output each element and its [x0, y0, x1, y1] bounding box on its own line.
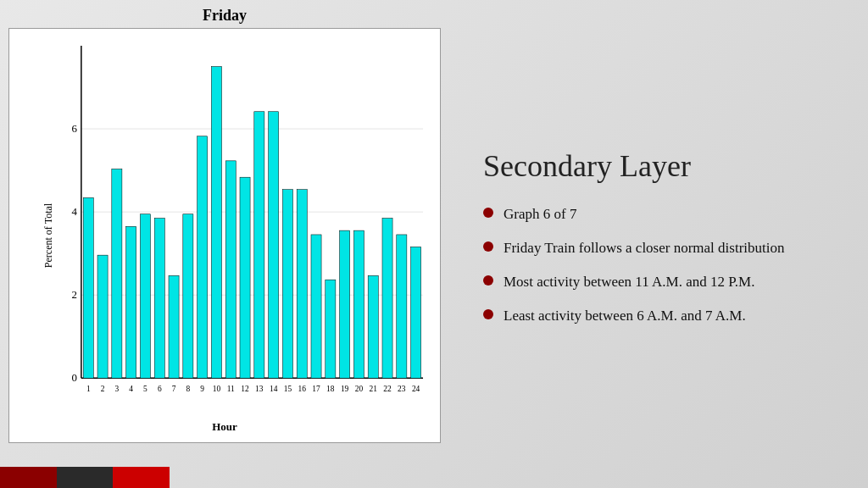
svg-text:19: 19 [341, 384, 349, 393]
bullet-list: Graph 6 of 7Friday Train follows a close… [483, 204, 834, 339]
svg-text:8: 8 [186, 384, 190, 393]
svg-text:2: 2 [101, 384, 105, 393]
svg-text:15: 15 [284, 384, 292, 393]
chart-svg: 0 2 4 6 12345678910111213141516171819202… [56, 46, 427, 396]
bar-1 [83, 197, 93, 378]
svg-text:24: 24 [412, 384, 420, 393]
bar-14 [269, 112, 279, 379]
svg-text:4: 4 [71, 205, 77, 218]
bar-17 [311, 235, 321, 378]
bullet-text: Most activity between 11 A.M. and 12 P.M… [504, 272, 834, 292]
bar-6 [154, 219, 164, 379]
bar-5 [140, 214, 150, 379]
bar-18 [326, 280, 336, 378]
bullet-text: Least activity between 6 A.M. and 7 A.M. [504, 306, 834, 326]
bar-12 [240, 177, 250, 378]
y-axis-label: Percent of Total [42, 203, 55, 268]
bar-19 [340, 230, 350, 378]
chart-title: Friday [203, 7, 247, 25]
bullet-item: Least activity between 6 A.M. and 7 A.M. [483, 306, 834, 326]
dec-dark [57, 467, 114, 488]
bullet-item: Friday Train follows a closer normal dis… [483, 238, 834, 258]
bar-13 [254, 112, 264, 379]
bar-22 [382, 219, 392, 379]
svg-text:18: 18 [326, 384, 335, 393]
bullet-dot [483, 275, 493, 286]
chart-area: 0 2 4 6 12345678910111213141516171819202… [56, 46, 427, 396]
chart-container: Percent of Total 0 2 4 6 [8, 28, 441, 443]
svg-text:12: 12 [241, 384, 249, 393]
svg-text:7: 7 [172, 384, 176, 393]
svg-text:20: 20 [355, 384, 364, 393]
bar-9 [198, 136, 208, 379]
svg-text:6: 6 [158, 384, 162, 393]
svg-text:21: 21 [370, 384, 378, 393]
svg-text:1: 1 [86, 384, 91, 393]
bar-24 [411, 247, 421, 378]
svg-text:9: 9 [200, 384, 204, 393]
svg-text:13: 13 [255, 384, 264, 393]
bar-3 [112, 169, 122, 379]
bar-23 [397, 235, 407, 378]
svg-text:2: 2 [71, 288, 76, 301]
bar-10 [211, 67, 221, 379]
bar-15 [282, 190, 292, 379]
bullet-text: Graph 6 of 7 [504, 204, 834, 225]
bar-8 [183, 214, 193, 379]
bar-4 [126, 226, 136, 378]
svg-text:0: 0 [71, 371, 77, 384]
bar-20 [353, 230, 364, 378]
svg-text:11: 11 [227, 384, 235, 393]
x-axis-label: Hour [212, 420, 237, 434]
bullet-dot [483, 309, 493, 319]
svg-text:16: 16 [298, 384, 307, 393]
bar-7 [169, 275, 179, 378]
bottom-decoration [0, 467, 170, 488]
svg-text:10: 10 [213, 384, 221, 393]
svg-text:5: 5 [143, 384, 147, 393]
bullet-dot [483, 241, 493, 252]
left-panel: Friday Percent of Total 0 2 4 6 [0, 0, 449, 488]
bar-16 [297, 190, 307, 379]
right-panel: Secondary Layer Graph 6 of 7Friday Train… [449, 0, 868, 488]
svg-text:3: 3 [114, 384, 119, 393]
bullet-item: Graph 6 of 7 [483, 204, 834, 225]
bar-21 [368, 275, 378, 378]
svg-text:6: 6 [71, 122, 77, 135]
dec-red [0, 467, 57, 488]
svg-text:4: 4 [129, 384, 133, 393]
dec-red2 [113, 467, 170, 488]
svg-text:22: 22 [383, 384, 392, 393]
bar-11 [225, 161, 236, 379]
svg-text:17: 17 [312, 384, 320, 393]
bullet-dot [483, 208, 493, 218]
slide-title: Secondary Layer [483, 148, 834, 184]
bar-2 [97, 255, 108, 378]
svg-text:14: 14 [270, 384, 278, 393]
bullet-item: Most activity between 11 A.M. and 12 P.M… [483, 272, 834, 292]
bullet-text: Friday Train follows a closer normal dis… [504, 238, 834, 258]
svg-text:23: 23 [398, 384, 406, 393]
